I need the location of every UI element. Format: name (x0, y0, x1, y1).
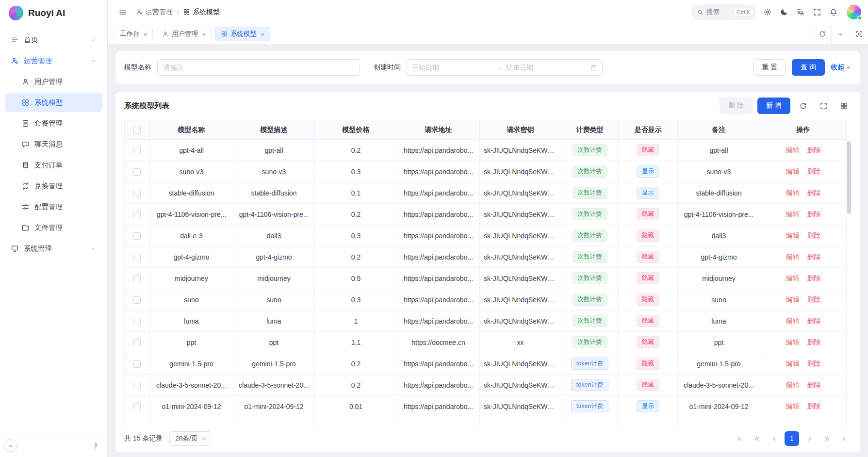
tab-close-icon[interactable]: × (202, 31, 206, 38)
reset-button[interactable]: 重 置 (753, 59, 786, 76)
last-page-button[interactable] (837, 431, 852, 446)
model-name-input[interactable] (157, 59, 360, 76)
app-logo[interactable]: Ruoyi AI (0, 0, 107, 26)
delete-link[interactable]: 删除 (807, 295, 821, 303)
delete-link[interactable]: 删除 (807, 210, 821, 218)
collapse-filter-link[interactable]: 收起 (831, 63, 852, 72)
tab-refresh-button[interactable] (813, 24, 831, 44)
edit-link[interactable]: 编辑 (786, 167, 800, 175)
pin-icon[interactable] (92, 442, 99, 450)
sidebar-item-config-management[interactable]: 配置管理 (5, 197, 102, 216)
row-checkbox[interactable] (133, 360, 141, 368)
edit-link[interactable]: 编辑 (786, 317, 800, 325)
row-checkbox[interactable] (133, 147, 141, 154)
sidebar-item-package-management[interactable]: 套餐管理 (5, 114, 102, 133)
table-scrollbar-thumb[interactable] (847, 141, 851, 214)
row-checkbox[interactable] (133, 403, 141, 410)
breadcrumb-item-system-model[interactable]: 系统模型 (183, 8, 220, 16)
row-checkbox[interactable] (133, 232, 141, 240)
theme-button[interactable] (776, 4, 792, 20)
first-page-button[interactable] (732, 431, 747, 446)
sidebar-item-payment-orders[interactable]: 支付订单 (5, 155, 102, 175)
edit-link[interactable]: 编辑 (786, 274, 800, 282)
edit-link[interactable]: 编辑 (786, 359, 800, 367)
edit-link[interactable]: 编辑 (786, 210, 800, 218)
prev-page-button[interactable] (767, 431, 782, 446)
table-fullscreen-button[interactable] (816, 98, 831, 114)
tab-close-icon[interactable]: × (261, 31, 265, 38)
locale-button[interactable] (792, 4, 809, 20)
delete-link[interactable]: 删除 (807, 359, 821, 367)
notifications-button[interactable] (825, 4, 842, 20)
sidebar-collapse-button[interactable]: « (4, 439, 17, 452)
delete-link[interactable]: 删除 (807, 381, 821, 389)
query-button[interactable]: 查 询 (792, 59, 825, 76)
delete-link[interactable]: 删除 (807, 253, 821, 261)
edit-link[interactable]: 编辑 (786, 189, 800, 196)
delete-link[interactable]: 删除 (807, 167, 821, 175)
row-checkbox[interactable] (133, 296, 141, 304)
row-checkbox[interactable] (133, 382, 141, 389)
table-row: pptppt1.1https://docmee.cnxx次数计费隐藏ppt编辑删… (125, 332, 847, 353)
visibility-tag: 隐藏 (637, 315, 659, 327)
fullscreen-button[interactable] (809, 4, 825, 20)
sidebar-item-user-management[interactable]: 用户管理 (5, 72, 102, 91)
tab-user-management[interactable]: 用户管理× (157, 27, 212, 41)
sidebar-item-system-model[interactable]: 系统模型 (5, 93, 102, 112)
edit-link[interactable]: 编辑 (786, 338, 800, 346)
edit-link[interactable]: 编辑 (786, 402, 800, 410)
column-settings-button[interactable] (836, 98, 852, 114)
edit-link[interactable]: 编辑 (786, 381, 800, 389)
settings-button[interactable] (759, 4, 776, 20)
page-1-button[interactable]: 1 (785, 431, 799, 446)
sidebar-item-home[interactable]: 首页 (5, 30, 102, 49)
tab-close-icon[interactable]: × (144, 31, 148, 38)
batch-delete-button[interactable]: 删 除 (720, 98, 753, 114)
delete-link[interactable]: 删除 (807, 189, 821, 196)
sidebar-item-system-management[interactable]: 系统管理 (5, 239, 102, 258)
tab-workbench[interactable]: 工作台× (115, 27, 153, 41)
next-page-button[interactable] (802, 431, 817, 446)
row-checkbox[interactable] (133, 211, 141, 218)
sidebar-item-operations[interactable]: 运营管理 (5, 51, 102, 70)
sidebar-item-chat-messages[interactable]: 聊天消息 (5, 134, 102, 154)
row-checkbox[interactable] (133, 254, 141, 261)
delete-link[interactable]: 删除 (807, 317, 821, 325)
row-checkbox[interactable] (133, 339, 141, 346)
table-refresh-button[interactable] (795, 98, 811, 114)
edit-link[interactable]: 编辑 (786, 253, 800, 261)
edit-link[interactable]: 编辑 (786, 295, 800, 303)
jump-back-button[interactable] (750, 431, 764, 446)
delete-link[interactable]: 删除 (807, 146, 821, 154)
edit-link[interactable]: 编辑 (786, 231, 800, 239)
add-button[interactable]: 新 增 (757, 98, 790, 114)
delete-link[interactable]: 删除 (807, 274, 821, 282)
start-date-input[interactable] (412, 64, 492, 71)
delete-link[interactable]: 删除 (807, 231, 821, 239)
page-size-select[interactable]: 20条/页 (169, 431, 211, 446)
jump-forward-button[interactable] (819, 431, 834, 446)
tab-maximize-button[interactable] (850, 24, 868, 44)
avatar[interactable] (847, 5, 861, 19)
delete-link[interactable]: 删除 (807, 338, 821, 346)
tab-system-model[interactable]: 系统模型× (215, 27, 270, 41)
select-all-checkbox[interactable] (133, 127, 141, 134)
cell-model-name: gemini-1.5-pro (150, 353, 233, 375)
edit-link[interactable]: 编辑 (786, 146, 800, 154)
row-checkbox[interactable] (133, 190, 141, 197)
end-date-input[interactable] (506, 64, 586, 71)
sidebar-item-redeem-management[interactable]: 兑换管理 (5, 176, 102, 196)
tab-menu-button[interactable] (831, 24, 850, 44)
cell-remark: o1-mini-2024-09-12 (678, 396, 760, 417)
date-range-picker[interactable]: → (407, 59, 603, 76)
sidebar-item-file-management[interactable]: 文件管理 (5, 218, 102, 237)
row-checkbox[interactable] (133, 168, 141, 176)
sidebar-menu: 首页运营管理用户管理系统模型套餐管理聊天消息支付订单兑换管理配置管理文件管理系统… (0, 26, 107, 435)
row-checkbox[interactable] (133, 275, 141, 282)
row-checkbox[interactable] (133, 318, 141, 325)
search-input[interactable]: 搜索 Ctrl K (691, 4, 756, 20)
menu-toggle-button[interactable] (115, 4, 131, 20)
delete-link[interactable]: 删除 (807, 402, 821, 410)
breadcrumb-item-operations[interactable]: 运营管理 (136, 8, 173, 16)
content: 模型名称 创建时间 → 重 置 查 询 收起 (108, 44, 868, 457)
